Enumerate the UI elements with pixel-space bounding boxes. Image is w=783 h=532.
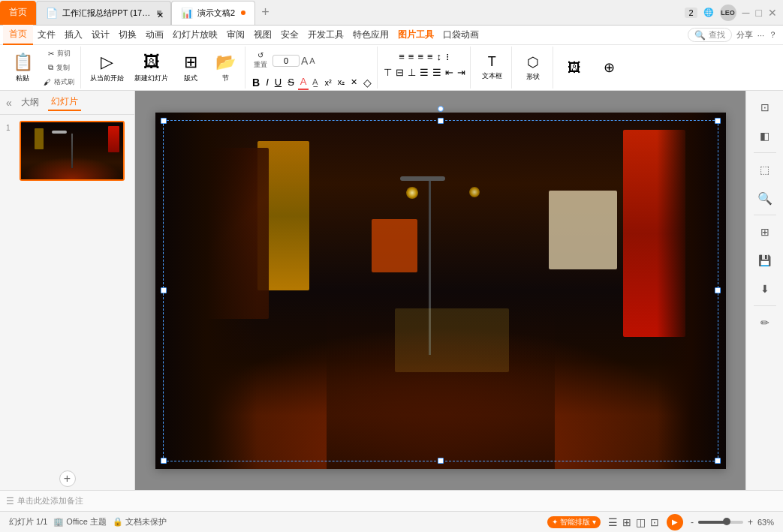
tab-design[interactable]: 设计	[87, 26, 114, 44]
filter-button[interactable]: ⬚	[751, 156, 778, 183]
adjust-button[interactable]: ◧	[751, 122, 778, 149]
add-slide-button[interactable]: +	[59, 470, 76, 487]
reset-icon: ↺	[257, 51, 264, 59]
subscript-button[interactable]: x₂	[336, 76, 348, 89]
shape-button[interactable]: ⬡ 形状	[516, 48, 550, 87]
new-slide-button[interactable]: 🖼 新建幻灯片	[130, 48, 173, 87]
image-button[interactable]: 🖼	[558, 48, 591, 87]
split-view-button[interactable]: ◫	[634, 515, 647, 530]
doc-tab[interactable]: 📄 工作汇报总结PPT (179).pptx ✕	[36, 1, 171, 25]
list-view-button[interactable]: ☰	[607, 515, 619, 530]
slide-canvas[interactable]	[135, 91, 745, 490]
copy-button[interactable]: ⧉ 复制	[41, 62, 77, 74]
note-placeholder[interactable]: 单击此处添加备注	[17, 495, 83, 506]
italic-button[interactable]: I	[264, 75, 271, 89]
zoom-slider[interactable]	[698, 521, 743, 524]
columns-button[interactable]: ⫶	[444, 50, 452, 64]
slide-preview[interactable]	[20, 121, 125, 181]
maximize-button[interactable]: □	[756, 7, 762, 19]
align-middle-button[interactable]: ⊟	[394, 65, 405, 80]
close-button[interactable]: ✕	[768, 7, 777, 19]
clear-format-button[interactable]: ✕	[348, 76, 360, 89]
align-right-button[interactable]: ≡	[416, 50, 425, 64]
tab-animation[interactable]: 动画	[141, 26, 168, 44]
increase-indent-button[interactable]: ⇥	[456, 65, 467, 80]
user-menu[interactable]: 🌐	[703, 8, 714, 17]
tab-dev[interactable]: 开发工具	[303, 26, 348, 44]
tab-view[interactable]: 视图	[249, 26, 276, 44]
edit-button[interactable]: ✏	[751, 309, 778, 336]
font-size-input[interactable]	[273, 55, 300, 67]
justify-button[interactable]: ≡	[426, 50, 435, 64]
play-button[interactable]: ▶	[667, 514, 683, 530]
bullet-button[interactable]: ☰	[418, 65, 430, 80]
save-image-button[interactable]: 💾	[751, 247, 778, 274]
minimize-button[interactable]: ─	[742, 7, 750, 19]
crop-button[interactable]: ⊡	[751, 94, 778, 121]
download-button[interactable]: ⬇	[751, 275, 778, 302]
layout-button[interactable]: ⊞ 版式	[174, 48, 207, 87]
underline-button[interactable]: U	[273, 75, 284, 89]
font-color-button[interactable]: A	[298, 74, 309, 90]
zoom-thumb[interactable]	[723, 518, 730, 525]
smart-layout-button[interactable]: ✦ 智能排版 ▾	[547, 516, 601, 528]
tab-security[interactable]: 安全	[276, 26, 303, 44]
bold-button[interactable]: B	[250, 75, 262, 90]
eraser-button[interactable]: ◇	[361, 75, 374, 90]
rotate-handle[interactable]	[438, 106, 444, 112]
tab-picture[interactable]: 图片工具	[393, 26, 438, 44]
paragraph-group: ≡ ≡ ≡ ≡ ↕ ⫶ ⊤ ⊟ ⊥ ☰ ☰ ⇤ ⇥	[379, 47, 471, 89]
align-bottom-button[interactable]: ⊥	[406, 65, 417, 80]
zoom-plus-button[interactable]: +	[746, 517, 754, 527]
search-label: 查找	[709, 29, 725, 41]
format-painter-button[interactable]: 🖌 格式刷	[41, 76, 77, 89]
tab-review[interactable]: 审阅	[222, 26, 249, 44]
tab-pocket[interactable]: 口袋动画	[438, 26, 483, 44]
outline-tab[interactable]: 大纲	[18, 95, 42, 110]
reset-button[interactable]: ↺ 重置	[250, 50, 271, 71]
number-button[interactable]: ☰	[431, 65, 443, 80]
rp-separator-2	[754, 215, 776, 215]
line-spacing-button[interactable]: ↕	[435, 50, 444, 64]
paste-label: 粘贴	[16, 74, 29, 83]
more-button[interactable]: ···	[757, 31, 764, 40]
align-left-button[interactable]: ≡	[397, 50, 406, 64]
slides-tab[interactable]: 幻灯片	[48, 94, 81, 111]
superscript-button[interactable]: x²	[322, 77, 333, 89]
paste-button[interactable]: 📋 粘贴	[6, 48, 39, 87]
collapse-button[interactable]: «	[6, 97, 12, 109]
paste-group: 📋 粘贴 ✂ 剪切 ⧉ 复制 🖌 格式刷	[3, 47, 81, 89]
font-size-large[interactable]: A	[301, 55, 308, 67]
doc-close-icon[interactable]: ✕	[157, 11, 161, 15]
tab-file[interactable]: 文件	[33, 26, 60, 44]
file-status[interactable]: 🔒 文档未保护	[113, 516, 167, 527]
copy-style-button[interactable]: ⊞	[751, 218, 778, 245]
tab-slideshow[interactable]: 幻灯片放映	[168, 26, 222, 44]
align-top-button[interactable]: ⊤	[382, 65, 393, 80]
section-button[interactable]: 📂 节	[209, 48, 242, 87]
tab-insert[interactable]: 插入	[60, 26, 87, 44]
pres-tab[interactable]: 📊 演示文稿2	[171, 1, 255, 25]
align-center-button[interactable]: ≡	[407, 50, 416, 64]
help-icon[interactable]: ？	[769, 29, 777, 41]
decrease-indent-button[interactable]: ⇤	[444, 65, 455, 80]
tab-switch[interactable]: 切换	[114, 26, 141, 44]
text-frame-button[interactable]: T 文本框	[475, 50, 508, 86]
tab-special[interactable]: 特色应用	[348, 26, 393, 44]
search-box[interactable]: 🔍 查找	[688, 28, 732, 42]
from-start-button[interactable]: ▷ 从当前开始	[86, 48, 128, 87]
zoom-button[interactable]: 🔍	[751, 185, 778, 212]
more-button[interactable]: ⊕	[592, 48, 625, 87]
add-tab-button[interactable]: +	[255, 5, 276, 20]
user-avatar[interactable]: LEO	[720, 5, 736, 21]
cut-button[interactable]: ✂ 剪切	[41, 47, 77, 60]
strikethrough-button[interactable]: S	[285, 75, 297, 89]
home-tab[interactable]: 首页	[0, 1, 36, 25]
zoom-minus-button[interactable]: -	[689, 517, 695, 527]
text-shadow-button[interactable]: A̲	[310, 76, 321, 89]
fullscreen-button[interactable]: ⊡	[649, 515, 661, 530]
tab-home[interactable]: 首页	[3, 25, 33, 45]
font-size-small[interactable]: A	[309, 56, 315, 65]
share-button[interactable]: 分享	[736, 29, 753, 41]
grid-view-button[interactable]: ⊞	[621, 515, 633, 530]
